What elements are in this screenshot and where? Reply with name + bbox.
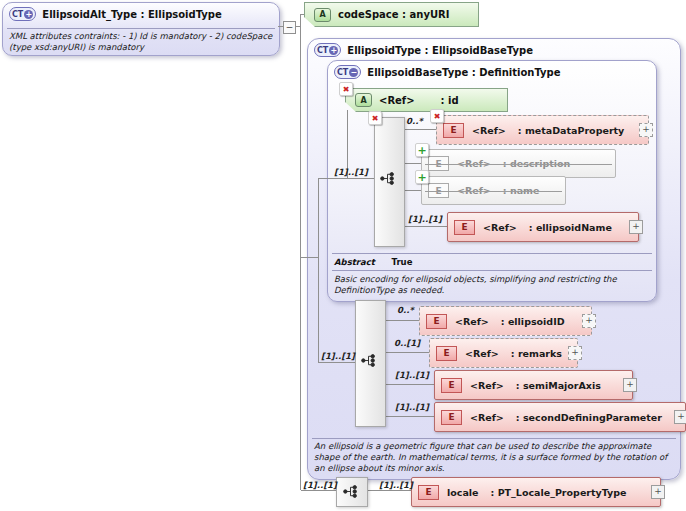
element-icon: E (418, 485, 439, 500)
connector-line (366, 490, 411, 491)
sequence-icon (380, 172, 395, 185)
abstract-row: Abstract True (334, 257, 412, 267)
attribute-id[interactable]: A <Ref> : id (345, 88, 508, 112)
element-icon: E (443, 123, 464, 138)
abstract-label: Abstract (334, 257, 375, 267)
element-name: : metaDataProperty (518, 125, 625, 136)
divider (7, 28, 275, 29)
element-ref: <Ref> (470, 380, 504, 391)
expand-button[interactable]: + (623, 378, 637, 392)
expand-button[interactable]: + (629, 220, 643, 234)
complex-type-icon: CT + (9, 7, 36, 21)
element-icon: E (428, 156, 449, 171)
expand-button[interactable]: + (674, 410, 686, 424)
attribute-ref: <Ref> (379, 95, 415, 106)
element-icon: E (454, 220, 475, 235)
connector-line (384, 384, 434, 385)
ellipsoidalt-type-box[interactable]: CT + EllipsoidAlt_Type : EllipsoidType X… (2, 2, 280, 56)
cardinality-label: 0..* (406, 116, 423, 126)
type-header[interactable]: CT − EllipsoidBaseType : DefinitionType (328, 61, 656, 83)
element-name: locale (447, 487, 479, 498)
connector-line (318, 362, 355, 363)
element-remarks[interactable]: E <Ref> : remarks (429, 338, 578, 368)
cardinality-label: [1]..[1] (395, 402, 429, 412)
expand-button[interactable]: + (651, 485, 665, 499)
added-badge-icon: + (415, 143, 429, 157)
type-header[interactable]: CT + EllipsoidType : EllipsoidBaseType (308, 39, 680, 61)
sequence-icon (361, 354, 376, 367)
element-icon: E (441, 378, 462, 393)
element-metadataproperty[interactable]: E <Ref> : metaDataProperty (436, 115, 649, 145)
type-annotation: An ellipsoid is a geometric figure that … (314, 441, 672, 474)
element-icon: E (428, 183, 449, 198)
cardinality-label: [1]..[1] (379, 480, 413, 490)
connector-line (384, 320, 419, 321)
divider (332, 253, 652, 254)
connector-line (301, 257, 318, 258)
complex-type-icon: CT − (334, 65, 361, 79)
connector-line (301, 490, 336, 491)
element-name: : remarks (511, 348, 562, 359)
connector-line (384, 352, 429, 353)
attribute-icon: A (314, 8, 331, 22)
removed-badge-icon: ✖ (368, 111, 382, 125)
attribute-icon: A (355, 93, 372, 107)
collapse-icon: − (349, 68, 358, 77)
cardinality-label: [1]..[1] (303, 480, 337, 490)
element-locale[interactable]: E locale : PT_Locale_PropertyType (411, 477, 661, 507)
element-seconddefiningparameter[interactable]: E <Ref> : secondDefiningParameter (434, 402, 686, 432)
cardinality-label: [1]..[1] (395, 370, 429, 380)
connector-line (403, 190, 421, 191)
cardinality-label: 0..[1] (394, 338, 420, 348)
element-name: : semiMajorAxis (516, 380, 601, 391)
expand-button[interactable]: + (582, 314, 596, 328)
connector-line (384, 416, 434, 417)
element-type: : PT_Locale_PropertyType (491, 487, 627, 498)
divider (312, 438, 676, 439)
connector-line (403, 226, 447, 227)
expand-icon: + (24, 10, 33, 19)
sequence-icon (343, 485, 358, 498)
connector-line (318, 178, 374, 179)
schema-diagram: CT + EllipsoidAlt_Type : EllipsoidType X… (0, 0, 686, 511)
connector-line (318, 178, 319, 363)
removed-badge-icon: ✖ (339, 82, 353, 96)
element-icon: E (436, 346, 457, 361)
element-ellipsoidid[interactable]: E <Ref> : ellipsoidID (419, 306, 592, 336)
type-annotation: XML attributes contraints: - 1) Id is ma… (9, 31, 273, 53)
connector-line (403, 163, 421, 164)
element-ref: <Ref> (470, 412, 504, 423)
element-ref: <Ref> (457, 158, 491, 169)
type-annotation: Basic encoding for ellipsoid objects, si… (334, 274, 648, 296)
element-ref: <Ref> (455, 316, 489, 327)
element-description[interactable]: E <Ref> : description (421, 149, 616, 178)
abstract-value: True (392, 257, 413, 267)
element-semimajoraxis[interactable]: E <Ref> : semiMajorAxis (434, 370, 633, 400)
cardinality-label: [1]..[1] (321, 351, 355, 361)
expand-button[interactable]: + (639, 123, 653, 137)
attribute-name: : id (441, 95, 459, 106)
collapse-button[interactable]: − (283, 21, 296, 34)
element-name: : description (503, 158, 570, 169)
complex-type-icon: CT + (314, 43, 341, 57)
type-title: EllipsoidAlt_Type : EllipsoidType (42, 9, 221, 20)
element-ref: <Ref> (465, 348, 499, 359)
cardinality-label: [1]..[1] (334, 167, 368, 177)
element-name: : ellipsoidName (529, 222, 612, 233)
removed-badge-icon: ✖ (430, 109, 444, 123)
cardinality-label: [1]..[1] (408, 214, 442, 224)
connector-line (403, 129, 436, 130)
element-name[interactable]: E <Ref> : name (421, 176, 566, 205)
element-name: : name (503, 185, 540, 196)
element-ref: <Ref> (472, 125, 506, 136)
element-name: : secondDefiningParameter (516, 412, 662, 423)
element-ref: <Ref> (483, 222, 517, 233)
expand-button[interactable]: + (568, 346, 582, 360)
element-name: : ellipsoidID (501, 316, 565, 327)
attribute-codespace[interactable]: A codeSpace : anyURI (304, 2, 479, 27)
type-header[interactable]: CT + EllipsoidAlt_Type : EllipsoidType (3, 3, 279, 25)
element-ellipsoidname[interactable]: E <Ref> : ellipsoidName (447, 212, 639, 242)
element-icon: E (426, 314, 447, 329)
attribute-label: codeSpace : anyURI (338, 9, 449, 20)
connector-line (301, 14, 304, 15)
